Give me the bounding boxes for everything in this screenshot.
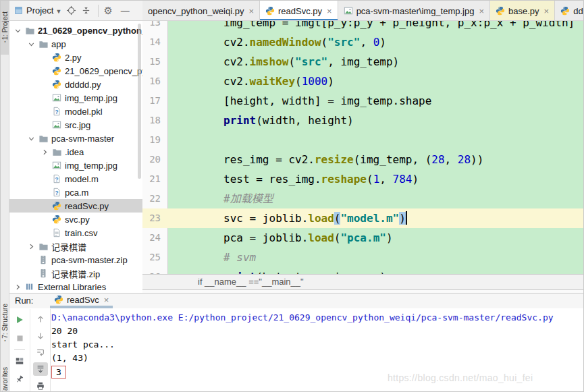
python-icon	[51, 80, 63, 89]
close-icon[interactable]: ×	[479, 6, 484, 16]
code-line-14[interactable]: 14 cv2.namedWindow("src", 0)	[142, 32, 584, 52]
code-line-19[interactable]: 19	[142, 130, 584, 150]
line-number: 21	[142, 169, 168, 189]
tab-label: ddddd	[573, 6, 584, 16]
code-line-24[interactable]: 24 pca = joblib.load("pca.m")	[142, 228, 584, 248]
prev-occurrence-button[interactable]	[33, 312, 48, 326]
line-number: 16	[142, 72, 168, 91]
close-icon[interactable]: ×	[104, 295, 109, 305]
console-line-4: (1, 43)	[51, 352, 584, 365]
tree-item-model-m[interactable]: ?model.m	[9, 172, 142, 186]
rerun-button[interactable]	[12, 312, 27, 327]
tree-item-label: img_temp.jpg	[65, 161, 117, 171]
code-line-20[interactable]: 20 res_img = cv2.resize(img_temp, (28, 2…	[142, 150, 584, 169]
locate-file-button[interactable]	[66, 5, 76, 16]
sticky-context-bar[interactable]: if __name__ =="__main__"	[142, 274, 584, 290]
soft-wrap-button[interactable]	[33, 346, 48, 360]
tree-item-ddddd-py[interactable]: ddddd.py	[9, 78, 142, 91]
tree-item--zip[interactable]: 记录棋谱.zip	[9, 267, 142, 280]
code-line-23[interactable]: 23 svc = joblib.load("model.m")	[142, 208, 584, 228]
tool-window-icon: ▪	[4, 339, 5, 343]
editor-tab-readsvc-py[interactable]: readSvc.py×	[260, 1, 338, 21]
tab-label: base.py	[508, 6, 539, 16]
line-number: 20	[142, 150, 168, 169]
close-icon[interactable]: ×	[544, 6, 550, 16]
tree-item-label: ddddd.py	[65, 80, 101, 90]
tree-item-pca-svm-master[interactable]: pca-svm-master	[9, 132, 142, 145]
close-icon[interactable]: ×	[248, 6, 254, 16]
tree-item-label: 21_0629_opencv_python_w	[38, 26, 142, 36]
tree-item--[interactable]: 记录棋谱	[9, 240, 142, 253]
print-button[interactable]	[33, 379, 48, 392]
tree-item-label: readSvc.py	[65, 201, 109, 211]
stripe-favorites-button[interactable]: Favorites	[1, 361, 9, 392]
code-text: img_temp = imgt[p_y:p_y + p_height, p_x:…	[168, 21, 584, 32]
tree-item-external-libraries[interactable]: External Libraries	[9, 280, 142, 293]
line-number: 22	[142, 189, 168, 208]
tree-item-app[interactable]: app	[9, 37, 142, 51]
tree-item-pca-svm-master-zip[interactable]: pca-svm-master.zip	[9, 253, 142, 267]
tree-item--idea[interactable]: .idea	[9, 145, 142, 159]
line-number: 13	[142, 21, 168, 32]
code-editor[interactable]: 13 img_temp = imgt[p_y:p_y + p_height, p…	[142, 21, 584, 293]
code-text: cv2.waitKey(1000)	[168, 72, 584, 91]
tree-item-src-jpg[interactable]: src.jpg	[9, 118, 142, 132]
code-line-13[interactable]: 13 img_temp = imgt[p_y:p_y + p_height, p…	[142, 21, 584, 32]
code-line-22[interactable]: 22 #加载模型	[142, 189, 584, 208]
chevron-down-icon[interactable]	[26, 134, 37, 143]
code-line-16[interactable]: 16 cv2.waitKey(1000)	[142, 72, 584, 91]
chevron-right-icon[interactable]	[39, 148, 51, 157]
tree-item-readsvc-py[interactable]: readSvc.py	[9, 199, 142, 213]
project-view-selector[interactable]: Project ▼	[14, 5, 61, 16]
project-tool-icon	[14, 6, 23, 15]
code-line-15[interactable]: 15 cv2.imshow("src", img_temp)	[142, 52, 584, 72]
editor-tab-ddddd[interactable]: ddddd	[555, 1, 584, 21]
code-text: cv2.imshow("src", img_temp)	[168, 52, 584, 72]
tree-item-pca-m[interactable]: ?pca.m	[9, 186, 142, 199]
unknown-icon: ?	[51, 107, 63, 116]
hide-panel-button[interactable]: —	[121, 5, 130, 16]
chevron-right-icon[interactable]	[26, 242, 37, 251]
close-icon[interactable]: ×	[327, 6, 332, 16]
console-line-2: 20 20	[51, 325, 584, 338]
tree-item-train-csv[interactable]: train.csv	[9, 226, 142, 240]
tree-scrollbar[interactable]	[138, 24, 141, 179]
python-icon	[51, 66, 63, 76]
code-line-25[interactable]: 25 # svm	[142, 248, 584, 267]
collapse-all-button[interactable]	[81, 5, 91, 16]
tree-item-21-0629-opencv-pyt[interactable]: 21_0629_opencv_pyt	[9, 64, 142, 78]
image-icon	[51, 93, 63, 103]
stripe-structure-button[interactable]: 7: Structure ▪	[1, 289, 9, 357]
run-tab[interactable]: readSvc ×	[50, 293, 113, 308]
chevron-down-icon[interactable]	[12, 26, 24, 35]
code-line-18[interactable]: 18 print(width, height)	[142, 111, 584, 130]
tree-item-label: External Libraries	[38, 282, 106, 292]
editor-tab-base-py[interactable]: base.py×	[490, 1, 555, 21]
pin-tab-button[interactable]	[12, 372, 27, 387]
code-text: [height, width] = img_temp.shape	[168, 91, 584, 111]
code-text: pca = joblib.load("pca.m")	[168, 228, 584, 248]
tree-item-21-0629-opencv-python-w[interactable]: 21_0629_opencv_python_w	[9, 24, 142, 37]
code-line-21[interactable]: 21 test = res_img.reshape(1, 784)	[142, 169, 584, 189]
restore-layout-button[interactable]	[12, 354, 27, 368]
settings-button[interactable]: ⚙	[103, 5, 112, 16]
stop-button[interactable]	[12, 331, 27, 345]
tree-item-svc-py[interactable]: svc.py	[9, 213, 142, 226]
chevron-right-icon[interactable]	[12, 283, 24, 291]
code-line-17[interactable]: 17 [height, width] = img_temp.shape	[142, 91, 584, 111]
tree-item-2-py[interactable]: 2.py	[9, 51, 142, 64]
image-icon	[51, 120, 63, 130]
next-occurrence-button[interactable]	[33, 329, 48, 343]
tree-item-img-temp-jpg[interactable]: img_temp.jpg	[9, 159, 142, 172]
editor-tab-opencv-python-weiqi-py[interactable]: opencv_python_weiqi.py×	[142, 1, 260, 21]
chevron-down-icon[interactable]	[26, 40, 37, 49]
down-arrow-icon	[36, 331, 45, 341]
tree-item-model-pkl[interactable]: ?model.pkl	[9, 105, 142, 118]
stripe-project-button[interactable]: 1: Project ▪	[1, 1, 9, 55]
tree-item-img-temp-jpg[interactable]: img_temp.jpg	[9, 91, 142, 105]
scroll-to-end-button[interactable]	[33, 362, 48, 376]
editor-tab-pca-svm-master-img-temp-jpg[interactable]: pca-svm-master\img_temp.jpg×	[338, 1, 490, 21]
image-icon	[344, 6, 353, 16]
folder-icon	[51, 147, 63, 157]
tree-item-label: svc.py	[65, 215, 90, 225]
